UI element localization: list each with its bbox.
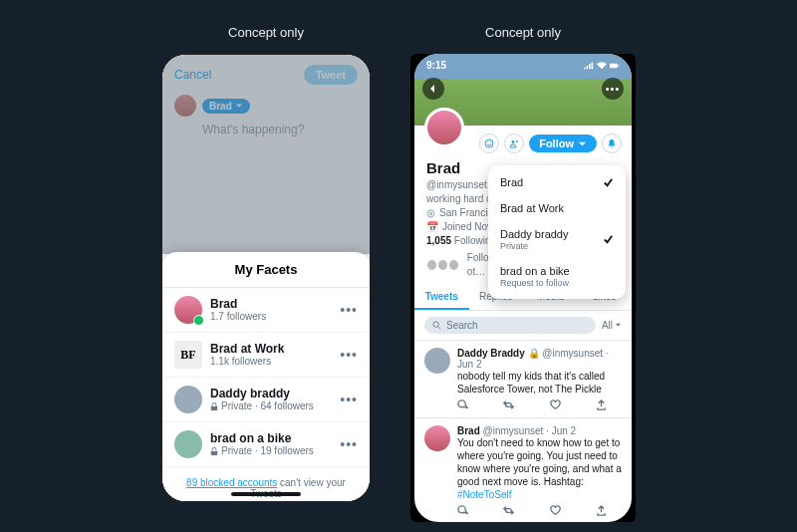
retweet-icon[interactable] — [503, 505, 514, 516]
tweet-body: You don't need to know how to get to whe… — [457, 436, 622, 501]
compose-placeholder[interactable]: What's happening? — [162, 121, 370, 136]
facet-row[interactable]: Brad 1.7 followers ••• — [162, 288, 370, 333]
lock-icon — [210, 447, 218, 455]
more-button[interactable]: ••• — [340, 302, 358, 318]
svg-point-3 — [487, 141, 488, 142]
follow-facet-dropdown: Brad Brad at Work Daddy braddyPrivate br… — [488, 165, 626, 299]
svg-point-4 — [490, 141, 491, 142]
facet-name: Daddy braddy — [210, 387, 332, 400]
facet-sub: 1.7 followers — [210, 311, 332, 323]
lock-icon — [210, 402, 218, 410]
wifi-icon — [597, 62, 607, 70]
more-button[interactable]: ••• — [340, 392, 358, 407]
filter-button[interactable]: All — [602, 320, 622, 331]
check-icon — [603, 177, 614, 188]
reply-icon[interactable] — [457, 399, 468, 410]
sheet-footer: 89 blocked accounts can't view your Twee… — [162, 467, 370, 502]
more-button[interactable]: ••• — [340, 436, 358, 452]
dropdown-item[interactable]: Daddy braddyPrivate — [488, 221, 626, 258]
more-button[interactable]: ••• — [340, 347, 358, 363]
tweet-header: Daddy Braddy 🔒 @inmysunset · Jun 2 — [457, 348, 622, 370]
like-icon[interactable] — [550, 399, 561, 410]
tweet-avatar[interactable] — [424, 348, 450, 374]
facet-name: brad on a bike — [210, 431, 332, 445]
follow-label: Follow — [539, 137, 574, 149]
svg-point-5 — [512, 140, 515, 143]
tweet-button[interactable]: Tweet — [304, 65, 358, 85]
profile-avatar[interactable] — [424, 108, 464, 147]
sheet-title: My Facets — [162, 252, 370, 288]
phone-compose: Cancel Tweet Brad What's happening? My F… — [161, 54, 371, 502]
person-plus-icon — [509, 138, 519, 148]
tab-tweets[interactable]: Tweets — [414, 285, 469, 310]
tweet[interactable]: Brad @inmysunset · Jun 2 You don't need … — [414, 418, 632, 522]
home-indicator — [231, 492, 301, 496]
svg-rect-1 — [619, 65, 620, 66]
svg-point-6 — [433, 322, 438, 327]
svg-rect-0 — [610, 63, 618, 67]
emoji-button[interactable] — [479, 133, 499, 153]
chevron-down-icon — [578, 139, 587, 148]
facet-sheet: My Facets Brad 1.7 followers ••• BF Brad… — [162, 252, 370, 501]
tweet-actions — [457, 505, 607, 516]
facet-sub: Private · 64 followers — [210, 400, 332, 412]
bell-icon — [607, 138, 617, 148]
like-icon[interactable] — [550, 505, 561, 516]
status-time: 9:15 — [426, 60, 446, 71]
chevron-down-icon — [235, 102, 243, 110]
facet-row[interactable]: BF Brad at Work 1.1k followers ••• — [162, 333, 370, 378]
dropdown-item[interactable]: brad on a bikeRequest to follow — [488, 258, 626, 295]
check-icon — [603, 234, 614, 245]
facet-name: Brad — [210, 297, 332, 311]
back-button[interactable] — [422, 78, 444, 100]
cancel-button[interactable]: Cancel — [174, 68, 211, 82]
more-menu-button[interactable]: ••• — [602, 78, 624, 100]
facet-selector-badge[interactable]: Brad — [202, 99, 250, 114]
battery-icon — [610, 62, 620, 70]
tweet-actions — [457, 399, 607, 410]
notify-button[interactable] — [602, 133, 622, 153]
facet-row[interactable]: brad on a bike Private · 19 followers ••… — [162, 422, 370, 467]
facet-sub: Private · 19 followers — [210, 445, 332, 457]
facet-row[interactable]: Daddy braddy Private · 64 followers ••• — [162, 378, 370, 422]
concept-label-right: Concept only — [485, 25, 561, 40]
status-bar: 9:15 — [426, 60, 620, 71]
avatar-initials: BF — [174, 341, 202, 369]
signal-icon — [584, 62, 594, 70]
blocked-link[interactable]: 89 blocked accounts — [186, 477, 277, 488]
tweet[interactable]: Daddy Braddy 🔒 @inmysunset · Jun 2 nobod… — [414, 341, 632, 418]
follow-button[interactable]: Follow — [529, 134, 597, 152]
selected-check-icon — [193, 315, 204, 326]
dropdown-item[interactable]: Brad at Work — [488, 195, 626, 221]
tweet-avatar[interactable] — [424, 425, 450, 451]
svg-point-2 — [485, 139, 493, 147]
dropdown-item[interactable]: Brad — [488, 169, 626, 195]
concept-label-left: Concept only — [228, 25, 304, 40]
retweet-icon[interactable] — [503, 399, 514, 410]
search-placeholder: Search — [446, 320, 478, 331]
search-icon — [432, 321, 441, 330]
phone-profile: 9:15 ••• Follow Brad @inmysunset working… — [414, 54, 632, 522]
smiley-icon — [484, 138, 494, 148]
tweet-body: nobody tell my kids that it's called Sal… — [457, 370, 622, 396]
facet-name: Brad at Work — [210, 342, 332, 356]
search-input[interactable]: Search — [424, 317, 596, 334]
compose-avatar — [174, 95, 196, 117]
share-icon[interactable] — [596, 505, 607, 516]
add-contact-button[interactable] — [504, 133, 524, 153]
facet-sub: 1.1k followers — [210, 356, 332, 368]
share-icon[interactable] — [596, 399, 607, 410]
chevron-down-icon — [615, 322, 622, 329]
reply-icon[interactable] — [457, 505, 468, 516]
tweet-header: Brad @inmysunset · Jun 2 — [457, 425, 622, 436]
facet-badge-label: Brad — [209, 101, 232, 112]
